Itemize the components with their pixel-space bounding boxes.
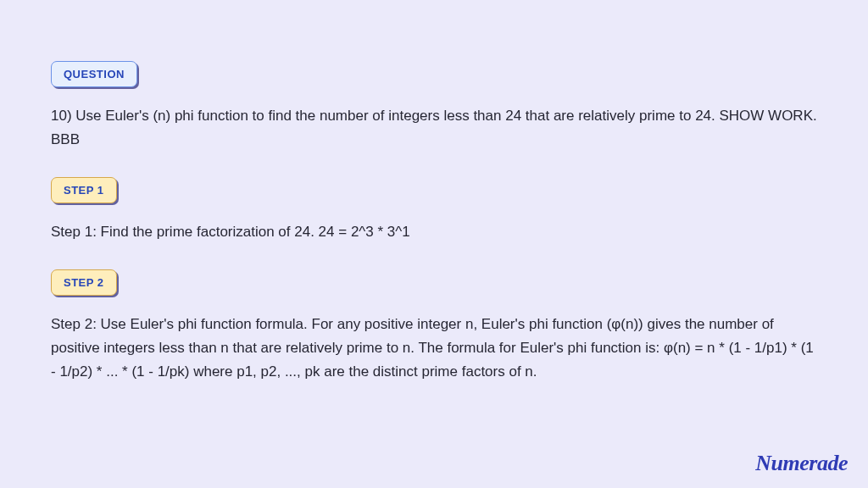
- step1-badge: STEP 1: [51, 177, 117, 203]
- question-text: 10) Use Euler's (n) phi function to find…: [51, 104, 817, 152]
- content-area: QUESTION 10) Use Euler's (n) phi functio…: [0, 0, 868, 384]
- step1-text: Step 1: Find the prime factorization of …: [51, 220, 817, 244]
- question-badge: QUESTION: [51, 61, 137, 87]
- question-section: QUESTION 10) Use Euler's (n) phi functio…: [51, 61, 817, 152]
- step2-text: Step 2: Use Euler's phi function formula…: [51, 313, 817, 384]
- step2-badge: STEP 2: [51, 269, 117, 296]
- step1-section: STEP 1 Step 1: Find the prime factorizat…: [51, 177, 817, 244]
- numerade-logo: Numerade: [755, 451, 848, 476]
- step2-section: STEP 2 Step 2: Use Euler's phi function …: [51, 269, 817, 384]
